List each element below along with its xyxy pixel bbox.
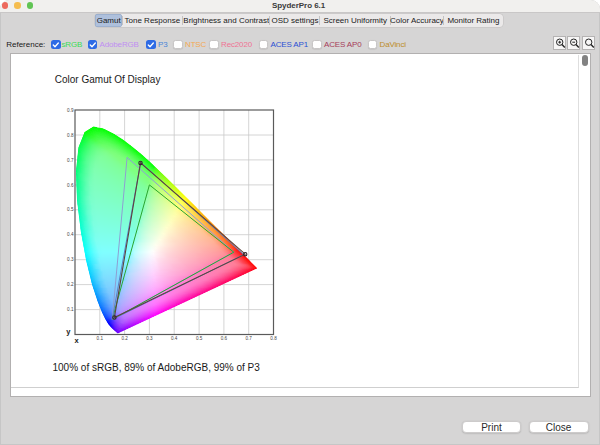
svg-text:0.2: 0.2 (67, 282, 74, 287)
svg-text:0.5: 0.5 (196, 336, 203, 341)
svg-text:0.8: 0.8 (270, 336, 277, 341)
svg-text:0.3: 0.3 (67, 257, 74, 262)
svg-text:0.4: 0.4 (67, 232, 74, 237)
svg-text:0.1: 0.1 (67, 307, 74, 312)
svg-text:0.8: 0.8 (67, 133, 74, 138)
svg-text:0.4: 0.4 (171, 336, 178, 341)
svg-text:0.6: 0.6 (67, 183, 74, 188)
svg-text:0.3: 0.3 (146, 336, 153, 341)
svg-text:y: y (66, 327, 71, 336)
svg-text:0.5: 0.5 (67, 207, 74, 212)
svg-text:0.9: 0.9 (67, 108, 74, 113)
svg-text:x: x (75, 336, 80, 345)
svg-text:0.1: 0.1 (97, 336, 104, 341)
svg-text:0.6: 0.6 (221, 336, 228, 341)
svg-text:0.2: 0.2 (121, 336, 128, 341)
svg-text:0.7: 0.7 (246, 336, 253, 341)
svg-text:0.7: 0.7 (67, 158, 74, 163)
